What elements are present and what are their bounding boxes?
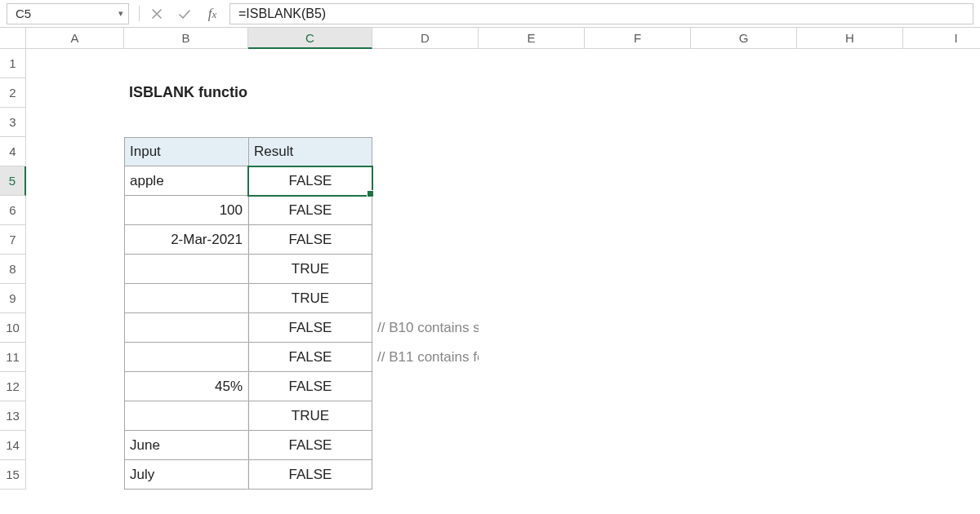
cell-A10[interactable] (26, 313, 124, 343)
cell-D13[interactable] (372, 401, 479, 431)
table-cell-input[interactable]: June (124, 431, 248, 460)
row-header-10[interactable]: 10 (0, 313, 26, 343)
table-cell-input[interactable] (124, 284, 248, 313)
cell-H7[interactable] (797, 225, 903, 255)
cell-F9[interactable] (585, 284, 691, 313)
cell-D5[interactable] (372, 166, 479, 196)
cell-H6[interactable] (797, 196, 903, 225)
cell-A3[interactable] (26, 108, 124, 137)
row-header-14[interactable]: 14 (0, 431, 26, 460)
cell-I8[interactable] (903, 255, 980, 284)
cell-F2[interactable] (585, 78, 691, 108)
cell-G15[interactable] (691, 460, 797, 490)
cell-F7[interactable] (585, 225, 691, 255)
cell-B1[interactable] (124, 49, 248, 78)
name-box[interactable]: C5 ▾ (7, 3, 129, 24)
cell-A9[interactable] (26, 284, 124, 313)
row-header-5[interactable]: 5 (0, 166, 26, 196)
cell-I5[interactable] (903, 166, 980, 196)
cell-I10[interactable] (903, 313, 980, 343)
enter-icon[interactable] (174, 3, 195, 24)
cell-F11[interactable] (585, 343, 691, 372)
cell-G3[interactable] (691, 108, 797, 137)
cell-G5[interactable] (691, 166, 797, 196)
table-cell-input[interactable] (124, 343, 248, 372)
table-cell-result[interactable]: FALSE (248, 196, 372, 225)
cell-G6[interactable] (691, 196, 797, 225)
cell-I4[interactable] (903, 137, 980, 166)
table-cell-result[interactable]: TRUE (248, 401, 372, 431)
cell-A15[interactable] (26, 460, 124, 490)
table-header-input[interactable]: Input (124, 137, 248, 166)
cell-F8[interactable] (585, 255, 691, 284)
cell-E5[interactable] (479, 166, 585, 196)
cell-H4[interactable] (797, 137, 903, 166)
cell-A12[interactable] (26, 372, 124, 401)
cell-G10[interactable] (691, 313, 797, 343)
cell-E9[interactable] (479, 284, 585, 313)
cell-H5[interactable] (797, 166, 903, 196)
cell-G14[interactable] (691, 431, 797, 460)
column-header-G[interactable]: G (691, 28, 797, 49)
cell-G2[interactable] (691, 78, 797, 108)
cell-E7[interactable] (479, 225, 585, 255)
column-header-D[interactable]: D (372, 28, 479, 49)
cell-H15[interactable] (797, 460, 903, 490)
column-header-A[interactable]: A (26, 28, 124, 49)
column-header-C[interactable]: C (248, 28, 372, 49)
cell-A2[interactable] (26, 78, 124, 108)
cell-E2[interactable] (479, 78, 585, 108)
cell-D6[interactable] (372, 196, 479, 225)
cell-I12[interactable] (903, 372, 980, 401)
select-all-corner[interactable] (0, 28, 26, 49)
table-cell-input[interactable] (124, 255, 248, 284)
table-cell-result[interactable]: FALSE (248, 343, 372, 372)
row-header-1[interactable]: 1 (0, 49, 26, 78)
cell-G1[interactable] (691, 49, 797, 78)
row-header-8[interactable]: 8 (0, 255, 26, 284)
cell-H13[interactable] (797, 401, 903, 431)
cell-I1[interactable] (903, 49, 980, 78)
cell-D2[interactable] (372, 78, 479, 108)
cell-F4[interactable] (585, 137, 691, 166)
table-header-result[interactable]: Result (248, 137, 372, 166)
cell-D9[interactable] (372, 284, 479, 313)
cell-A6[interactable] (26, 196, 124, 225)
cell-I14[interactable] (903, 431, 980, 460)
cell-I7[interactable] (903, 225, 980, 255)
table-cell-result[interactable]: FALSE (248, 313, 372, 343)
column-header-H[interactable]: H (797, 28, 903, 49)
cell-D12[interactable] (372, 372, 479, 401)
cell-A7[interactable] (26, 225, 124, 255)
cell-I11[interactable] (903, 343, 980, 372)
cell-D15[interactable] (372, 460, 479, 490)
cell-G7[interactable] (691, 225, 797, 255)
cell-C3[interactable] (248, 108, 372, 137)
cell-C2[interactable] (248, 78, 372, 108)
cell-D14[interactable] (372, 431, 479, 460)
cell-F3[interactable] (585, 108, 691, 137)
cell-E1[interactable] (479, 49, 585, 78)
cell-F14[interactable] (585, 431, 691, 460)
cell-G13[interactable] (691, 401, 797, 431)
cell-G11[interactable] (691, 343, 797, 372)
cell-E3[interactable] (479, 108, 585, 137)
cell-A13[interactable] (26, 401, 124, 431)
cell-F5[interactable] (585, 166, 691, 196)
table-cell-result[interactable]: TRUE (248, 255, 372, 284)
table-cell-result[interactable]: FALSE (248, 431, 372, 460)
column-header-I[interactable]: I (903, 28, 980, 49)
cell-H1[interactable] (797, 49, 903, 78)
column-header-F[interactable]: F (585, 28, 691, 49)
table-cell-result[interactable]: FALSE (248, 372, 372, 401)
cell-D4[interactable] (372, 137, 479, 166)
cell-D3[interactable] (372, 108, 479, 137)
cell-D8[interactable] (372, 255, 479, 284)
cell-F13[interactable] (585, 401, 691, 431)
formula-input[interactable]: =ISBLANK(B5) (229, 3, 973, 24)
row-header-4[interactable]: 4 (0, 137, 26, 166)
table-cell-input[interactable]: 2-Mar-2021 (124, 225, 248, 255)
cell-E15[interactable] (479, 460, 585, 490)
row-header-12[interactable]: 12 (0, 372, 26, 401)
cell-H9[interactable] (797, 284, 903, 313)
